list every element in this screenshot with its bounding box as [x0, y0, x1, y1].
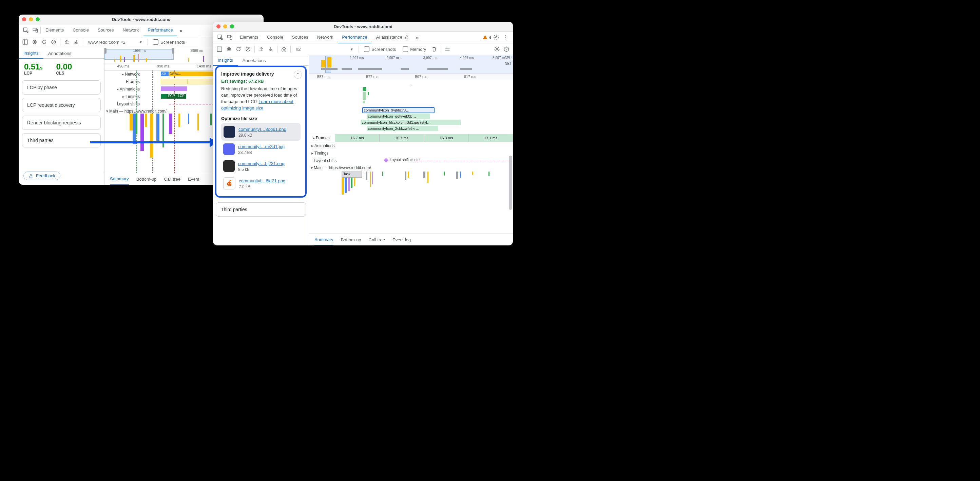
tab-console[interactable]: Console: [68, 24, 93, 36]
perf-toolbar: #2▼ Screenshots Memory: [213, 43, 513, 55]
home-icon[interactable]: [281, 46, 287, 52]
reload-icon[interactable]: [41, 39, 47, 45]
flamechart[interactable]: CPUNET 1,997 ms 2,997: [309, 55, 513, 245]
file-link[interactable]: communityI…bj221.png: [238, 161, 285, 166]
frames-track[interactable]: ▸Frames 16.7 ms 16.7 ms 16.3 ms 17.1 ms: [309, 134, 513, 142]
overview-minimap[interactable]: CPUNET 1,997 ms 2,997: [309, 55, 513, 74]
zoom-icon[interactable]: [230, 24, 234, 29]
tab-performance[interactable]: Performance: [143, 24, 177, 36]
insights-sidebar: Insights Annotations ⌃ Improve image del…: [213, 55, 309, 245]
record-icon[interactable]: [226, 46, 232, 52]
collapse-icon[interactable]: ⌃: [294, 70, 302, 79]
screenshots-checkbox[interactable]: Screenshots: [362, 45, 398, 53]
network-block[interactable]: communityIcon_9yj66cjf8…: [363, 108, 434, 113]
reload-icon[interactable]: [235, 46, 242, 52]
subtab-insights[interactable]: Insights: [19, 48, 43, 59]
file-link[interactable]: communityI…6kr21.png: [239, 178, 285, 183]
file-row[interactable]: communityI…bj221.png8.5 kB: [221, 158, 301, 175]
clear-icon[interactable]: [245, 46, 251, 52]
tab-event-log[interactable]: Event: [188, 173, 199, 185]
frame-cell[interactable]: 16.3 ms: [424, 134, 468, 142]
download-icon[interactable]: [268, 46, 274, 52]
dock-icon[interactable]: [22, 39, 28, 45]
inspect-icon[interactable]: [21, 26, 30, 35]
device-icon[interactable]: [31, 26, 40, 35]
task-block[interactable]: Task: [342, 171, 362, 178]
help-icon[interactable]: [503, 46, 509, 52]
insight-render-blocking[interactable]: Render blocking requests: [22, 116, 101, 130]
network-block[interactable]: .co: [161, 71, 169, 76]
tab-elements[interactable]: Elements: [236, 31, 262, 43]
tab-sources[interactable]: Sources: [94, 24, 118, 36]
upload-icon[interactable]: [64, 39, 70, 45]
zoom-icon[interactable]: [36, 17, 40, 21]
feedback-button[interactable]: Feedback: [24, 171, 60, 180]
tab-network[interactable]: Network: [313, 31, 337, 43]
trash-icon[interactable]: [431, 46, 437, 52]
tab-sources[interactable]: Sources: [288, 31, 312, 43]
main-flame[interactable]: Task: [309, 171, 513, 209]
settings-gear-icon[interactable]: [494, 46, 500, 52]
settings-icon[interactable]: [492, 33, 501, 42]
insight-lcp-by-phase[interactable]: LCP by phase: [22, 80, 101, 95]
tab-summary[interactable]: Summary: [110, 173, 129, 185]
network-block[interactable]: communityIcon_hlczkoi3mr3d1.jpg (styl…: [361, 120, 461, 125]
file-row[interactable]: communityI…6kr21.png7.0 kB: [221, 175, 301, 192]
warnings-badge[interactable]: 4: [483, 35, 491, 40]
dock-icon[interactable]: [216, 46, 223, 52]
file-row[interactable]: communityI…8oq61.png29.8 kB: [221, 123, 301, 141]
track-main[interactable]: ▾Main — https://www.reddit.com/: [309, 164, 513, 170]
minimize-icon[interactable]: [223, 24, 227, 29]
network-block[interactable]: communityIcon_2cbkzwfs6kr…: [367, 126, 439, 131]
tab-elements[interactable]: Elements: [41, 24, 68, 36]
tab-performance[interactable]: Performance: [338, 31, 371, 43]
tab-event-log[interactable]: Event log: [393, 234, 411, 245]
tab-console[interactable]: Console: [263, 31, 287, 43]
scrollbar[interactable]: [509, 156, 512, 210]
tab-call-tree[interactable]: Call tree: [164, 173, 180, 185]
network-block[interactable]: (www...: [169, 71, 218, 76]
track-timings[interactable]: ▸Timings: [309, 149, 513, 157]
tab-bottom-up[interactable]: Bottom-up: [136, 173, 157, 185]
insight-third-parties[interactable]: Third parties: [216, 202, 306, 217]
inspect-icon[interactable]: [216, 33, 224, 42]
close-icon[interactable]: [216, 24, 221, 29]
track-animations[interactable]: ▸Animations: [309, 142, 513, 149]
clear-icon[interactable]: [51, 39, 57, 45]
upload-icon[interactable]: [258, 46, 264, 52]
profile-select[interactable]: www.reddit.com #2▼: [86, 39, 144, 46]
tab-call-tree[interactable]: Call tree: [369, 234, 385, 245]
kebab-icon[interactable]: [501, 33, 510, 42]
device-icon[interactable]: [225, 33, 234, 42]
tab-network[interactable]: Network: [119, 24, 143, 36]
file-link[interactable]: communityI…8oq61.png: [239, 127, 286, 132]
insight-lcp-request-discovery[interactable]: LCP request discovery: [22, 98, 101, 112]
frame-cell[interactable]: 17.1 ms: [468, 134, 513, 142]
record-icon[interactable]: [32, 39, 38, 45]
more-tabs-icon[interactable]: »: [416, 35, 418, 40]
subtab-annotations[interactable]: Annotations: [43, 48, 76, 58]
frame-cell[interactable]: 16.7 ms: [379, 134, 424, 142]
tab-ai-assistance[interactable]: AI assistance: [372, 31, 413, 43]
subtab-annotations[interactable]: Annotations: [238, 55, 271, 65]
track-area[interactable]: … communityIcon_9yj66cjf8… communityIcon…: [309, 81, 513, 233]
insight-third-parties[interactable]: Third parties: [22, 133, 101, 148]
tab-bottom-up[interactable]: Bottom-up: [341, 234, 361, 245]
minimize-icon[interactable]: [29, 17, 33, 21]
profile-select[interactable]: #2▼: [294, 46, 355, 53]
network-block[interactable]: communityIcon_qqtvyeb0b…: [367, 114, 431, 119]
frame-cell[interactable]: 16.7 ms: [335, 134, 379, 142]
tab-summary[interactable]: Summary: [315, 233, 333, 245]
track-layout-shifts[interactable]: Layout shifts Layout shift cluster: [309, 157, 513, 164]
svg-point-16: [228, 48, 230, 50]
more-tabs-icon[interactable]: »: [180, 27, 181, 33]
download-icon[interactable]: [73, 39, 80, 45]
subtab-insights[interactable]: Insights: [213, 55, 238, 66]
shortcuts-icon[interactable]: [444, 46, 450, 52]
lcp-label: LCP: [24, 71, 43, 76]
file-link[interactable]: communityI…mr3d1.jpg: [238, 144, 285, 149]
screenshots-checkbox[interactable]: Screenshots: [151, 38, 186, 46]
file-row[interactable]: communityI…mr3d1.jpg23.7 kB: [221, 141, 301, 158]
memory-checkbox[interactable]: Memory: [401, 45, 428, 53]
close-icon[interactable]: [22, 17, 26, 21]
